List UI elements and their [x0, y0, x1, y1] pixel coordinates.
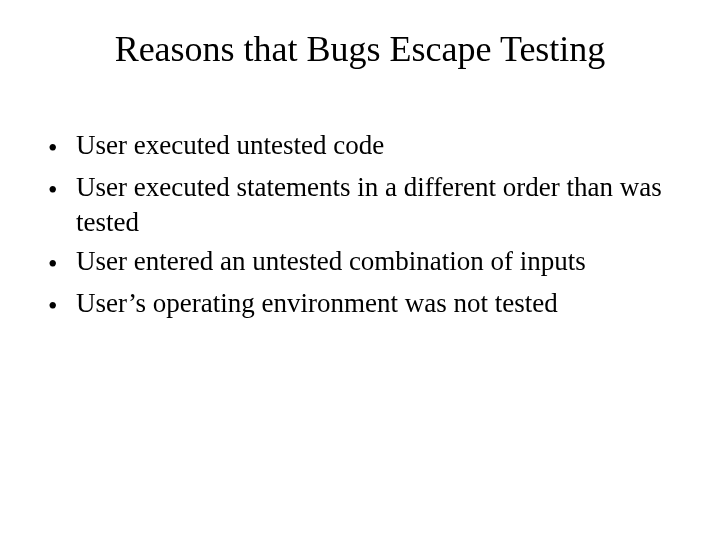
bullet-icon: •: [48, 128, 76, 166]
list-item: • User executed statements in a differen…: [48, 170, 678, 240]
list-item: • User executed untested code: [48, 128, 678, 166]
slide-title: Reasons that Bugs Escape Testing: [42, 28, 678, 70]
bullet-list: • User executed untested code • User exe…: [42, 128, 678, 324]
bullet-icon: •: [48, 286, 76, 324]
bullet-icon: •: [48, 170, 76, 208]
bullet-text: User executed statements in a different …: [76, 170, 678, 240]
bullet-text: User entered an untested combination of …: [76, 244, 678, 279]
list-item: • User’s operating environment was not t…: [48, 286, 678, 324]
bullet-text: User executed untested code: [76, 128, 678, 163]
bullet-text: User’s operating environment was not tes…: [76, 286, 678, 321]
bullet-icon: •: [48, 244, 76, 282]
list-item: • User entered an untested combination o…: [48, 244, 678, 282]
